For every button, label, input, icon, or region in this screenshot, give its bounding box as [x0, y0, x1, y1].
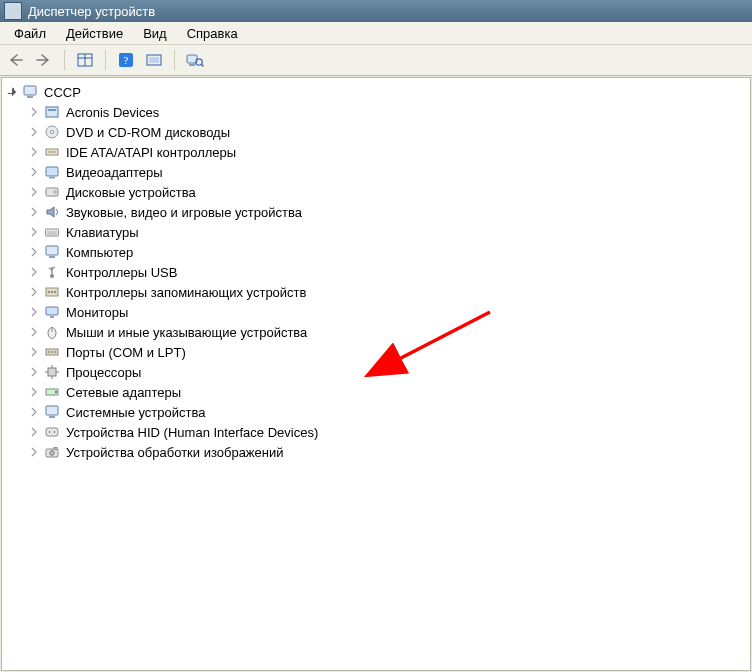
- svg-rect-27: [49, 256, 55, 258]
- svg-rect-34: [46, 307, 58, 315]
- app-icon: [4, 2, 22, 20]
- properties-button[interactable]: [185, 50, 205, 70]
- tree-root[interactable]: СССР: [6, 82, 750, 102]
- expander-closed-icon[interactable]: [28, 386, 40, 398]
- expander-closed-icon[interactable]: [28, 346, 40, 358]
- svg-rect-49: [46, 406, 58, 415]
- tree-item[interactable]: IDE ATA/ATAPI контроллеры: [28, 142, 750, 162]
- tree-item[interactable]: Системные устройства: [28, 402, 750, 422]
- device-category-icon: [44, 144, 60, 160]
- expander-closed-icon[interactable]: [28, 106, 40, 118]
- svg-point-33: [54, 291, 56, 293]
- device-category-icon: [44, 204, 60, 220]
- toolbar-sep: [105, 50, 106, 70]
- expander-closed-icon[interactable]: [28, 126, 40, 138]
- device-category-icon: [44, 104, 60, 120]
- toolbar: ?: [0, 45, 752, 76]
- expander-closed-icon[interactable]: [28, 326, 40, 338]
- svg-point-40: [51, 351, 53, 353]
- tree-children: Acronis DevicesDVD и CD-ROM дисководыIDE…: [6, 102, 750, 462]
- svg-rect-8: [189, 64, 195, 66]
- expander-open-icon[interactable]: [6, 86, 18, 98]
- tree-item[interactable]: DVD и CD-ROM дисководы: [28, 122, 750, 142]
- arrow-left-icon: [8, 53, 24, 67]
- svg-rect-13: [46, 107, 58, 117]
- expander-closed-icon[interactable]: [28, 446, 40, 458]
- tree-item[interactable]: Устройства обработки изображений: [28, 442, 750, 462]
- svg-rect-14: [48, 109, 56, 111]
- device-category-icon: [44, 264, 60, 280]
- device-manager-window: Диспетчер устройств Файл Действие Вид Сп…: [0, 0, 752, 672]
- tree-item-label: Дисковые устройства: [64, 184, 198, 201]
- tree-item[interactable]: Контроллеры запоминающих устройств: [28, 282, 750, 302]
- device-category-icon: [44, 124, 60, 140]
- device-category-icon: [44, 384, 60, 400]
- expander-closed-icon[interactable]: [28, 366, 40, 378]
- expander-closed-icon[interactable]: [28, 426, 40, 438]
- tree-item-label: Устройства HID (Human Interface Devices): [64, 424, 320, 441]
- tree-item[interactable]: Порты (COM и LPT): [28, 342, 750, 362]
- svg-point-22: [53, 190, 57, 194]
- expander-closed-icon[interactable]: [28, 146, 40, 158]
- menu-action[interactable]: Действие: [56, 24, 133, 43]
- tree-item[interactable]: Видеоадаптеры: [28, 162, 750, 182]
- expander-closed-icon[interactable]: [28, 226, 40, 238]
- window-title: Диспетчер устройств: [28, 4, 155, 19]
- show-hidden-button[interactable]: [75, 50, 95, 70]
- tree-item-label: Компьютер: [64, 244, 135, 261]
- expander-closed-icon[interactable]: [28, 166, 40, 178]
- device-category-icon: [44, 244, 60, 260]
- svg-rect-51: [46, 428, 58, 436]
- expander-closed-icon[interactable]: [28, 206, 40, 218]
- computer-icon: [22, 84, 38, 100]
- titlebar: Диспетчер устройств: [0, 0, 752, 22]
- tree-item[interactable]: Клавиатуры: [28, 222, 750, 242]
- svg-point-28: [50, 274, 54, 278]
- forward-button[interactable]: [34, 50, 54, 70]
- menubar: Файл Действие Вид Справка: [0, 22, 752, 45]
- expander-closed-icon[interactable]: [28, 266, 40, 278]
- computer-search-icon: [186, 52, 204, 68]
- tree-item-label: Сетевые адаптеры: [64, 384, 183, 401]
- svg-point-53: [54, 431, 56, 433]
- svg-point-31: [48, 291, 50, 293]
- help-button[interactable]: ?: [116, 50, 136, 70]
- device-category-icon: [44, 184, 60, 200]
- expander-closed-icon[interactable]: [28, 246, 40, 258]
- expander-closed-icon[interactable]: [28, 306, 40, 318]
- tree-item[interactable]: Компьютер: [28, 242, 750, 262]
- tree-item[interactable]: Дисковые устройства: [28, 182, 750, 202]
- menu-file[interactable]: Файл: [4, 24, 56, 43]
- tree-item[interactable]: Acronis Devices: [28, 102, 750, 122]
- device-category-icon: [44, 344, 60, 360]
- tree-item-label: Порты (COM и LPT): [64, 344, 188, 361]
- tree-item[interactable]: Устройства HID (Human Interface Devices): [28, 422, 750, 442]
- scan-hardware-button[interactable]: [144, 50, 164, 70]
- back-button[interactable]: [6, 50, 26, 70]
- tree-item[interactable]: Сетевые адаптеры: [28, 382, 750, 402]
- svg-rect-35: [50, 316, 54, 318]
- tree-item[interactable]: Звуковые, видео и игровые устройства: [28, 202, 750, 222]
- tree-item-label: Устройства обработки изображений: [64, 444, 286, 461]
- device-category-icon: [44, 424, 60, 440]
- expander-closed-icon[interactable]: [28, 186, 40, 198]
- tree-item[interactable]: Контроллеры USB: [28, 262, 750, 282]
- svg-point-39: [48, 351, 50, 353]
- device-category-icon: [44, 164, 60, 180]
- expander-closed-icon[interactable]: [28, 406, 40, 418]
- toolbar-sep: [174, 50, 175, 70]
- help-icon: ?: [118, 52, 134, 68]
- tree-item-label: Клавиатуры: [64, 224, 141, 241]
- svg-text:?: ?: [124, 54, 129, 66]
- svg-rect-26: [46, 246, 58, 255]
- svg-rect-56: [54, 448, 57, 450]
- tree-item[interactable]: Процессоры: [28, 362, 750, 382]
- tree-item[interactable]: Мыши и иные указывающие устройства: [28, 322, 750, 342]
- device-category-icon: [44, 444, 60, 460]
- menu-view[interactable]: Вид: [133, 24, 177, 43]
- svg-point-52: [49, 431, 51, 433]
- menu-help[interactable]: Справка: [177, 24, 248, 43]
- tree-item[interactable]: Мониторы: [28, 302, 750, 322]
- expander-closed-icon[interactable]: [28, 286, 40, 298]
- svg-rect-50: [49, 416, 55, 418]
